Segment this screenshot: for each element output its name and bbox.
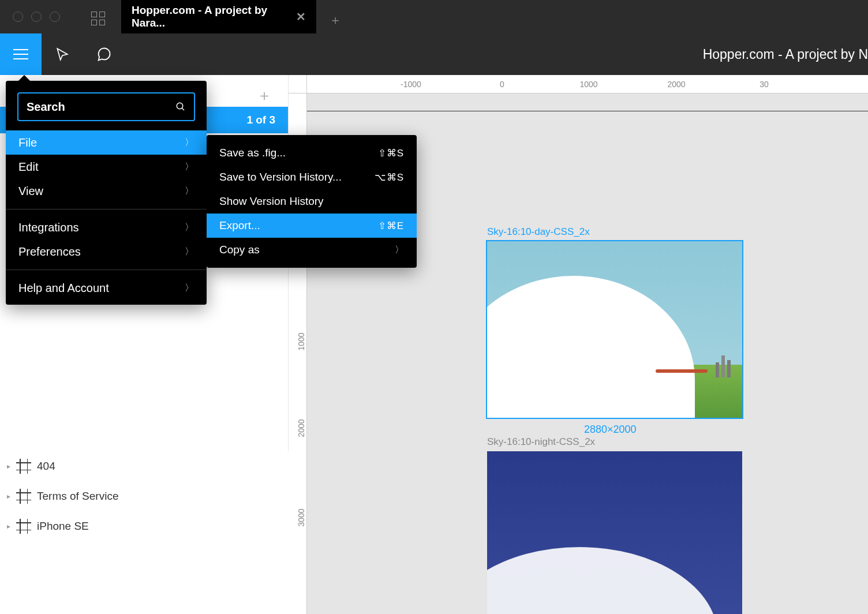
menu-search[interactable] bbox=[17, 92, 195, 121]
window-controls bbox=[0, 12, 60, 22]
menu-item-file[interactable]: File 〉 bbox=[6, 130, 207, 155]
menu-item-preferences[interactable]: Preferences 〉 bbox=[6, 239, 207, 264]
document-tab[interactable]: Hopper.com - A project by Nara... ✕ bbox=[121, 0, 316, 33]
window-zoom-icon[interactable] bbox=[50, 12, 60, 22]
expand-icon[interactable]: ▸ bbox=[7, 522, 10, 530]
add-page-button[interactable]: ＋ bbox=[257, 85, 272, 106]
frame-label[interactable]: Sky-16:10-night-CSS_2x bbox=[487, 436, 595, 448]
menu-item-integrations[interactable]: Integrations 〉 bbox=[6, 215, 207, 239]
menu-item-view[interactable]: View 〉 bbox=[6, 179, 207, 203]
ruler-tick: -1000 bbox=[401, 80, 421, 89]
menu-separator bbox=[6, 209, 207, 209]
menu-separator bbox=[6, 269, 207, 270]
submenu-item-save-history[interactable]: Save to Version History... ⌥⌘S bbox=[207, 165, 417, 189]
ruler-tick: 2000 bbox=[297, 419, 306, 437]
menu-item-label: View bbox=[18, 185, 43, 198]
cloud-graphic bbox=[487, 276, 695, 418]
toolbar: Hopper.com - A project by N bbox=[0, 33, 868, 75]
chevron-right-icon: 〉 bbox=[185, 282, 194, 294]
shortcut: ⌥⌘S bbox=[375, 171, 404, 184]
menu-item-label: Edit bbox=[18, 160, 38, 174]
menu-item-label: Integrations bbox=[18, 221, 79, 234]
close-tab-icon[interactable]: ✕ bbox=[296, 10, 306, 24]
tab-title: Hopper.com - A project by Nara... bbox=[132, 4, 290, 29]
move-tool-button[interactable] bbox=[42, 47, 83, 62]
submenu-item-show-history[interactable]: Show Version History bbox=[207, 189, 417, 214]
layer-row[interactable]: ▸ Terms of Service bbox=[0, 481, 289, 511]
chevron-right-icon: 〉 bbox=[185, 246, 194, 258]
frame-icon bbox=[17, 520, 30, 533]
page-counter: 1 of 3 bbox=[246, 114, 275, 126]
submenu-item-export[interactable]: Export... ⇧⌘E bbox=[207, 214, 417, 238]
artboard-night[interactable] bbox=[487, 451, 742, 614]
artboard-day[interactable] bbox=[487, 241, 742, 418]
menu-item-edit[interactable]: Edit 〉 bbox=[6, 155, 207, 179]
ruler-tick: 0 bbox=[500, 80, 504, 89]
frame-icon bbox=[17, 490, 30, 503]
ruler-tick: 1000 bbox=[579, 80, 597, 89]
submenu-label: Show Version History bbox=[219, 195, 324, 208]
submenu-label: Export... bbox=[219, 219, 260, 232]
ruler-horizontal: -1000 0 1000 2000 30 bbox=[307, 75, 868, 93]
menu-item-label: File bbox=[18, 136, 37, 149]
search-input[interactable] bbox=[27, 100, 175, 114]
menu-item-label: Help and Account bbox=[18, 282, 109, 295]
shortcut: ⇧⌘E bbox=[378, 220, 404, 232]
chevron-right-icon: 〉 bbox=[395, 244, 404, 256]
svg-point-0 bbox=[177, 103, 183, 109]
search-icon bbox=[175, 101, 186, 113]
document-title: Hopper.com - A project by N bbox=[703, 47, 868, 62]
menu-item-help[interactable]: Help and Account 〉 bbox=[6, 276, 207, 300]
ruler-tick: 3000 bbox=[297, 508, 306, 526]
menu-item-label: Preferences bbox=[18, 245, 81, 259]
chevron-right-icon: 〉 bbox=[185, 185, 194, 197]
chevron-right-icon: 〉 bbox=[185, 161, 194, 173]
window-close-icon[interactable] bbox=[13, 12, 23, 22]
window-minimize-icon[interactable] bbox=[31, 12, 42, 22]
layer-label: iPhone SE bbox=[37, 520, 89, 533]
chevron-right-icon: 〉 bbox=[185, 137, 194, 149]
layer-label: Terms of Service bbox=[37, 490, 118, 503]
grid-icon bbox=[91, 12, 105, 25]
ruler-tick: 1000 bbox=[297, 332, 306, 350]
shortcut: ⇧⌘S bbox=[378, 147, 404, 159]
ruler-corner bbox=[289, 75, 307, 93]
dimension-label: 2880×2000 bbox=[584, 424, 637, 436]
comment-tool-button[interactable] bbox=[83, 46, 125, 62]
chevron-right-icon: 〉 bbox=[185, 222, 194, 234]
submenu-label: Save to Version History... bbox=[219, 171, 342, 184]
layer-label: 404 bbox=[37, 460, 55, 473]
main-menu: File 〉 Edit 〉 View 〉 Integrations 〉 Pref… bbox=[6, 81, 207, 305]
svg-line-1 bbox=[182, 108, 184, 110]
main-menu-button[interactable] bbox=[0, 33, 42, 75]
expand-icon[interactable]: ▸ bbox=[7, 492, 10, 500]
titlebar: Hopper.com - A project by Nara... ✕ ＋ bbox=[0, 0, 868, 33]
ruler-tick: 2000 bbox=[667, 80, 685, 89]
cloud-graphic bbox=[487, 547, 718, 614]
ruler-tick: 30 bbox=[760, 80, 769, 89]
frame-icon bbox=[17, 460, 30, 473]
submenu-label: Save as .fig... bbox=[219, 147, 286, 159]
home-button[interactable] bbox=[91, 12, 105, 25]
file-submenu: Save as .fig... ⇧⌘S Save to Version Hist… bbox=[207, 135, 417, 268]
submenu-label: Copy as bbox=[219, 244, 260, 256]
submenu-item-save-fig[interactable]: Save as .fig... ⇧⌘S bbox=[207, 141, 417, 165]
layer-row[interactable]: ▸ 404 bbox=[0, 451, 289, 481]
guide-line bbox=[307, 111, 868, 111]
expand-icon[interactable]: ▸ bbox=[7, 462, 10, 470]
layer-row[interactable]: ▸ iPhone SE bbox=[0, 511, 289, 541]
new-tab-button[interactable]: ＋ bbox=[329, 12, 342, 29]
frame-label[interactable]: Sky-16:10-day-CSS_2x bbox=[487, 226, 590, 238]
layers-panel: ▸ 404 ▸ Terms of Service ▸ iPhone SE bbox=[0, 451, 289, 541]
submenu-item-copy-as[interactable]: Copy as 〉 bbox=[207, 238, 417, 262]
